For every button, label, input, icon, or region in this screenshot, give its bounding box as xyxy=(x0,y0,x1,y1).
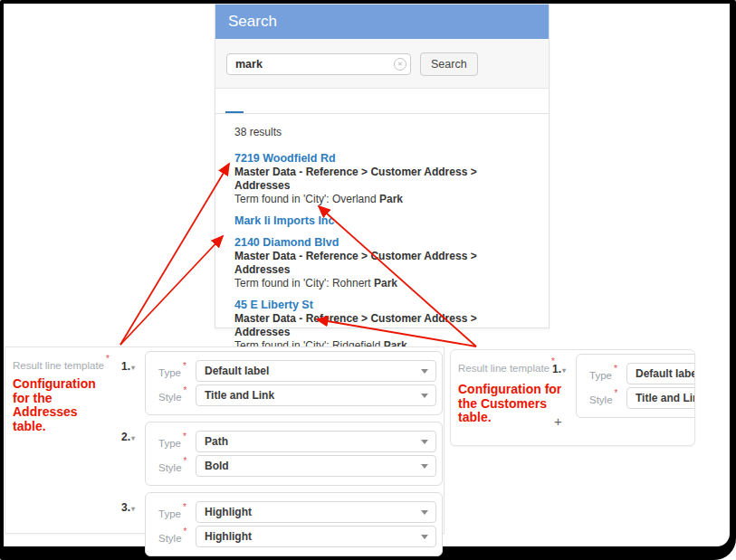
style-select[interactable]: Bold xyxy=(196,455,436,477)
required-asterisk: * xyxy=(614,364,617,374)
type-field: Type* Path xyxy=(146,431,436,452)
style-field: Style* Title and Link xyxy=(577,387,695,409)
line-number: 1. xyxy=(552,363,561,375)
type-label-text: Type xyxy=(589,370,612,381)
required-asterisk: * xyxy=(184,456,187,466)
term-text: Term found in 'City': Overland xyxy=(234,193,379,205)
results-list: 7219 Woodfield Rd Master Data - Referenc… xyxy=(234,152,530,375)
type-field: Type* Highlight xyxy=(146,501,436,523)
style-label: Style* xyxy=(146,388,196,403)
chevron-down-icon xyxy=(421,535,428,539)
style-select[interactable]: Title and Link xyxy=(196,384,436,406)
search-button[interactable]: Search xyxy=(420,52,478,76)
type-select-value: Default label xyxy=(636,367,695,380)
type-label: Type* xyxy=(146,364,196,378)
line-number-dropdown[interactable]: 3.▾ xyxy=(121,492,145,556)
search-input[interactable] xyxy=(226,53,411,75)
result-path: Master Data - Reference > Customer Addre… xyxy=(234,312,530,339)
results-tab[interactable] xyxy=(247,89,265,113)
search-result: 2140 Diamond Blvd Master Data - Referenc… xyxy=(234,236,530,290)
result-line-template-label: Result line template* xyxy=(458,359,555,374)
field-label-text: Result line template xyxy=(458,363,550,374)
required-asterisk: * xyxy=(106,354,110,364)
addresses-annotation: Configuration for the Addresses table. xyxy=(13,377,114,433)
required-asterisk: * xyxy=(183,361,186,371)
line-number-dropdown[interactable]: 2.▾ xyxy=(121,422,145,486)
style-select-value: Bold xyxy=(205,460,229,472)
style-label-text: Style xyxy=(158,462,182,473)
result-title-link[interactable]: 7219 Woodfield Rd xyxy=(234,152,336,166)
style-label: Style* xyxy=(146,459,196,473)
result-term: Term found in 'City': Overland Park xyxy=(234,193,530,206)
term-highlight: Park xyxy=(379,193,403,205)
type-field: Type* Default label xyxy=(577,363,695,384)
chevron-down-icon xyxy=(421,464,428,469)
result-line-template-label: Result line template* xyxy=(13,356,110,371)
result-path: Master Data - Reference > Customer Addre… xyxy=(234,250,530,277)
type-label: Type* xyxy=(146,505,196,519)
term-highlight: Park xyxy=(374,277,397,289)
type-select-value: Highlight xyxy=(205,506,252,518)
template-line-row: 1.▾ Type* Default label Style* Title and… xyxy=(552,354,695,418)
chevron-down-icon: ▾ xyxy=(131,364,135,372)
type-label-text: Type xyxy=(158,438,181,449)
search-panel: Search ✕ Search 38 results 7219 Woodfiel… xyxy=(215,4,550,328)
required-asterisk: * xyxy=(184,385,187,395)
type-select-value: Default label xyxy=(205,365,269,377)
chevron-down-icon xyxy=(421,440,428,444)
chevron-down-icon xyxy=(421,394,428,398)
line-number-dropdown[interactable]: 1.▾ xyxy=(121,351,145,415)
results-tab[interactable] xyxy=(225,89,244,113)
addresses-template-rows: 1.▾ Type* Default label Style* Title and… xyxy=(121,351,443,560)
result-term: Term found in 'City': Rohnert Park xyxy=(234,277,530,290)
style-label-text: Style xyxy=(158,392,182,403)
results-tab[interactable] xyxy=(269,89,287,113)
result-title-link[interactable]: 45 E Liberty St xyxy=(234,299,313,312)
search-bar: ✕ Search xyxy=(215,39,549,89)
required-asterisk: * xyxy=(183,432,186,441)
line-config-group: Type* Default label Style* Title and Lin… xyxy=(145,351,443,415)
search-result: 7219 Woodfield Rd Master Data - Referenc… xyxy=(234,152,530,206)
template-line-row: 1.▾ Type* Default label Style* Title and… xyxy=(121,351,443,415)
chevron-down-icon: ▾ xyxy=(562,366,566,375)
line-number-dropdown[interactable]: 1.▾ xyxy=(552,354,576,418)
required-asterisk: * xyxy=(184,527,187,536)
addresses-config-panel: Result line template* Configuration for … xyxy=(5,346,444,534)
style-select-value: Title and Link xyxy=(636,392,695,404)
style-select-value: Title and Link xyxy=(205,389,274,402)
type-select[interactable]: Default label xyxy=(196,360,436,382)
template-line-row: 3.▾ Type* Highlight Style* Highlight xyxy=(121,492,443,556)
annotated-screenshot: Search ✕ Search 38 results 7219 Woodfiel… xyxy=(0,0,736,560)
required-asterisk: * xyxy=(615,388,618,398)
type-select[interactable]: Highlight xyxy=(196,501,436,523)
template-line-row: 2.▾ Type* Path Style* Bold xyxy=(121,422,443,486)
style-select[interactable]: Title and Link xyxy=(626,387,695,409)
style-select-value: Highlight xyxy=(205,530,252,543)
type-label-text: Type xyxy=(158,508,181,519)
search-result: 45 E Liberty St Master Data - Reference … xyxy=(234,299,530,353)
result-title-link[interactable]: Mark Ii Imports Inc xyxy=(234,214,334,228)
line-number: 1. xyxy=(121,360,130,373)
type-select[interactable]: Path xyxy=(196,431,436,452)
search-result: Mark Ii Imports Inc xyxy=(234,214,530,228)
line-number: 3. xyxy=(121,501,130,514)
result-title-link[interactable]: 2140 Diamond Blvd xyxy=(234,236,339,250)
results-area: 38 results 7219 Woodfield Rd Master Data… xyxy=(215,114,549,375)
chevron-down-icon xyxy=(421,369,428,374)
type-select[interactable]: Default label xyxy=(626,363,695,384)
type-label-text: Type xyxy=(158,367,181,378)
style-field: Style* Bold xyxy=(146,455,436,477)
results-count: 38 results xyxy=(234,126,530,139)
term-text: Term found in 'City': Rohnert xyxy=(234,277,374,289)
style-select[interactable]: Highlight xyxy=(196,526,436,547)
results-tab[interactable] xyxy=(291,89,309,113)
field-label-text: Result line template xyxy=(13,360,104,371)
line-config-group: Type* Path Style* Bold xyxy=(145,422,443,486)
line-config-group: Type* Default label Style* Title and Lin… xyxy=(576,354,695,418)
style-label-text: Style xyxy=(589,394,613,405)
style-label: Style* xyxy=(577,391,626,405)
clear-input-icon[interactable]: ✕ xyxy=(394,58,406,71)
panel-title: Search xyxy=(215,5,549,39)
style-label-text: Style xyxy=(158,533,182,544)
chevron-down-icon: ▾ xyxy=(131,434,135,442)
